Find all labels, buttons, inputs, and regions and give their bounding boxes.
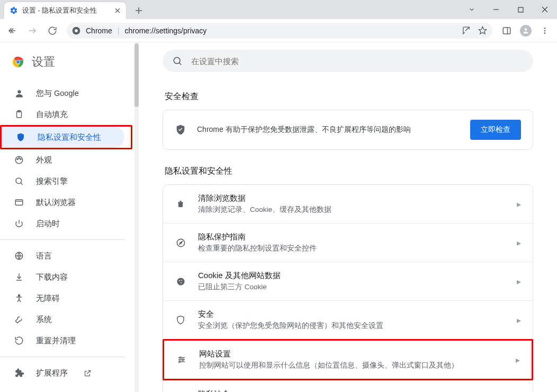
safety-check-text: Chrome 有助于保护您免受数据泄露、不良扩展程序等问题的影响 [197,125,460,135]
chevron-right-icon: ▸ [517,199,521,209]
list-item-title: Cookie 及其他网站数据 [198,271,505,281]
sidebar-item-label: 语言 [36,251,52,261]
privacy-list: 清除浏览数据清除浏览记录、Cookie、缓存及其他数据 ▸ 隐私保护指南检查重要… [163,184,533,392]
search-input[interactable] [191,57,524,66]
svg-point-5 [75,29,78,32]
svg-point-10 [544,28,546,29]
sidebar-item-label: 启动时 [36,219,60,229]
download-icon [14,272,24,282]
compass-icon [175,238,186,248]
url-separator: | [118,26,120,35]
scrollbar[interactable] [134,42,139,392]
extension-icon [14,368,24,378]
safety-check-card: Chrome 有助于保护您免受数据泄露、不良扩展程序等问题的影响 立即检查 [163,110,533,150]
shield-check-icon [175,124,186,136]
reload-button[interactable] [43,22,61,40]
check-now-button[interactable]: 立即检查 [470,120,521,140]
divider [0,239,125,240]
svg-point-23 [17,158,18,159]
sidebar-item-privacy[interactable]: 隐私设置和安全性 [2,127,124,148]
list-item-title: 网站设置 [199,349,504,359]
svg-point-37 [177,278,184,285]
chevron-right-icon: ▸ [517,238,521,248]
restore-icon [14,336,24,345]
sidebar-item-search-engine[interactable]: 搜索引擎 [0,171,126,192]
svg-point-18 [16,60,20,64]
open-external-icon [84,369,92,377]
sidebar-item-label: 自动填充 [36,110,68,120]
highlight-annotation: 隐私设置和安全性 [0,125,132,149]
forward-button[interactable] [23,22,41,40]
list-item-title: 清除浏览数据 [198,193,505,203]
item-site-settings[interactable]: 网站设置控制网站可以使用和显示什么信息（如位置信息、摄像头、弹出式窗口及其他） … [164,341,532,379]
svg-marker-36 [179,242,182,244]
page-title: 设置 [32,54,55,70]
sidebar-item-system[interactable]: 系统 [0,309,126,330]
kebab-menu-icon[interactable] [536,22,554,40]
search-icon [14,176,24,186]
sidebar-item-label: 重置并清理 [36,336,76,346]
profile-avatar[interactable] [517,22,535,40]
chevron-right-icon: ▸ [516,355,520,365]
list-item-sub: 清除浏览记录、Cookie、缓存及其他数据 [198,205,505,215]
browser-tab[interactable]: 设置 - 隐私设置和安全性 [4,2,126,19]
maximize-button[interactable] [508,0,533,19]
sidebar-item-appearance[interactable]: 外观 [0,149,126,171]
svg-point-12 [544,32,546,34]
sidebar-item-extensions[interactable]: 扩展程序 [0,362,126,384]
trash-icon [175,199,186,209]
svg-point-19 [17,90,21,93]
sidebar-item-label: 外观 [36,155,52,165]
svg-point-44 [179,357,181,359]
svg-point-24 [19,157,20,158]
sidebar-item-reset[interactable]: 重置并清理 [0,330,126,351]
sidebar-item-default-browser[interactable]: 默认浏览器 [0,192,126,213]
chrome-logo-icon [12,56,24,68]
item-cookies[interactable]: Cookie 及其他网站数据已阻止第三方 Cookie ▸ [163,262,533,300]
sidebar-item-downloads[interactable]: 下载内容 [0,266,126,288]
minimize-button[interactable] [484,0,508,19]
wrench-icon [14,315,24,324]
sidebar-item-on-startup[interactable]: 启动时 [0,213,126,234]
scrollbar-thumb[interactable] [134,43,139,107]
share-icon[interactable] [462,26,471,35]
svg-point-40 [181,282,182,283]
sidebar-item-label: 默认浏览器 [36,198,76,208]
sidebar-item-autofill[interactable]: 自动填充 [0,104,126,125]
sidebar-item-you-and-google[interactable]: 您与 Google [0,83,126,104]
settings-brand: 设置 [0,52,134,83]
settings-sidebar: 设置 您与 Google 自动填充 隐私设置和安全性 外观 搜索引擎 默认浏览器 [0,42,134,392]
new-tab-button[interactable] [131,3,146,18]
svg-point-38 [179,280,180,281]
power-icon [14,219,24,228]
close-icon[interactable] [113,6,122,15]
window-close-button[interactable] [533,0,557,19]
sidebar-item-accessibility[interactable]: 无障碍 [0,288,126,309]
browser-icon [14,198,24,207]
sidebar-item-label: 隐私设置和安全性 [38,132,101,142]
svg-line-34 [179,63,181,65]
svg-point-25 [20,158,21,159]
back-button[interactable] [3,22,21,40]
address-bar[interactable]: Chrome | chrome://settings/privacy [67,23,492,39]
tab-title: 设置 - 隐私设置和安全性 [22,6,109,15]
chevron-down-icon[interactable] [460,0,484,19]
svg-point-39 [181,280,182,281]
side-panel-icon[interactable] [498,22,516,40]
item-clear-browsing-data[interactable]: 清除浏览数据清除浏览记录、Cookie、缓存及其他数据 ▸ [163,185,533,223]
settings-content: 安全检查 Chrome 有助于保护您免受数据泄露、不良扩展程序等问题的影响 立即… [139,42,557,392]
chevron-right-icon: ▸ [517,315,521,325]
list-item-sub: 安全浏览（保护您免受危险网站的侵害）和其他安全设置 [198,321,505,331]
chrome-logo-icon [72,26,80,35]
list-item-sub: 已阻止第三方 Cookie [198,282,505,292]
sidebar-item-languages[interactable]: 语言 [0,245,126,266]
clipboard-icon [14,110,24,119]
item-security[interactable]: 安全安全浏览（保护您免受危险网站的侵害）和其他安全设置 ▸ [163,300,533,339]
item-privacy-sandbox[interactable]: 隐私沙盒试用版功能已关闭 [163,380,533,392]
window-titlebar: 设置 - 隐私设置和安全性 [0,0,557,19]
url-text: Chrome | chrome://settings/privacy [86,26,206,35]
settings-search[interactable] [163,50,533,72]
item-privacy-guide[interactable]: 隐私保护指南检查重要的隐私控制设置和安全控件 ▸ [163,223,533,262]
shield-icon [15,132,26,142]
star-icon[interactable] [478,26,487,35]
